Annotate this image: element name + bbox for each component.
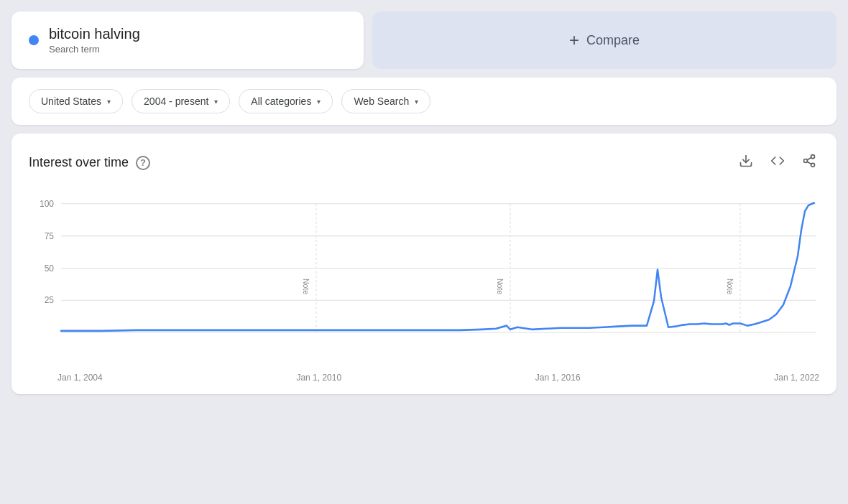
search-dot bbox=[29, 35, 39, 45]
chart-line bbox=[61, 204, 812, 331]
svg-text:25: 25 bbox=[45, 295, 55, 305]
search-term-card: bitcoin halving Search term bbox=[11, 11, 364, 69]
svg-line-4 bbox=[807, 162, 811, 164]
x-label-2022: Jan 1, 2022 bbox=[774, 373, 819, 383]
svg-text:50: 50 bbox=[45, 263, 55, 273]
embed-button[interactable] bbox=[768, 151, 788, 174]
x-axis-labels: Jan 1, 2004 Jan 1, 2010 Jan 1, 2016 Jan … bbox=[29, 368, 819, 383]
share-icon bbox=[802, 154, 816, 168]
chart-svg: 100 75 50 25 Note Note Note bbox=[29, 189, 819, 368]
share-button[interactable] bbox=[799, 151, 819, 174]
time-range-label: 2004 - present bbox=[144, 95, 208, 107]
region-chevron-icon: ▾ bbox=[107, 98, 111, 106]
compare-plus-icon: + bbox=[569, 30, 579, 50]
search-term-label: Search term bbox=[49, 44, 140, 55]
chart-title-area: Interest over time ? bbox=[29, 155, 150, 170]
x-label-2010: Jan 1, 2010 bbox=[296, 373, 341, 383]
region-filter[interactable]: United States ▾ bbox=[29, 89, 123, 113]
search-term-name: bitcoin halving bbox=[49, 26, 140, 42]
chart-card: Interest over time ? bbox=[11, 134, 837, 394]
time-range-filter[interactable]: 2004 - present ▾ bbox=[132, 89, 230, 113]
search-type-label: Web Search bbox=[354, 95, 409, 107]
svg-text:100: 100 bbox=[40, 199, 54, 209]
svg-text:Note: Note bbox=[726, 279, 734, 294]
filter-bar: United States ▾ 2004 - present ▾ All cat… bbox=[11, 78, 837, 125]
help-icon[interactable]: ? bbox=[136, 156, 150, 170]
chart-container: 100 75 50 25 Note Note Note bbox=[29, 189, 819, 368]
search-type-filter[interactable]: Web Search ▾ bbox=[341, 89, 430, 113]
svg-text:75: 75 bbox=[45, 231, 55, 241]
download-icon bbox=[739, 154, 753, 168]
svg-text:Note: Note bbox=[302, 279, 310, 294]
download-button[interactable] bbox=[736, 151, 756, 174]
time-range-chevron-icon: ▾ bbox=[214, 98, 218, 106]
svg-text:Note: Note bbox=[496, 279, 504, 294]
svg-line-5 bbox=[807, 157, 811, 159]
category-chevron-icon: ▾ bbox=[317, 98, 321, 106]
region-label: United States bbox=[41, 95, 101, 107]
embed-icon bbox=[770, 154, 785, 168]
search-term-text: bitcoin halving Search term bbox=[49, 26, 140, 55]
chart-header: Interest over time ? bbox=[29, 151, 819, 174]
category-label: All categories bbox=[251, 95, 311, 107]
category-filter[interactable]: All categories ▾ bbox=[239, 89, 333, 113]
search-type-chevron-icon: ▾ bbox=[415, 98, 418, 106]
x-label-2016: Jan 1, 2016 bbox=[535, 373, 581, 383]
compare-card[interactable]: + Compare bbox=[372, 11, 837, 69]
top-section: bitcoin halving Search term + Compare bbox=[11, 11, 837, 69]
x-label-2004: Jan 1, 2004 bbox=[57, 373, 103, 383]
compare-label: Compare bbox=[586, 33, 640, 48]
chart-title: Interest over time bbox=[29, 155, 129, 170]
chart-actions bbox=[736, 151, 819, 174]
